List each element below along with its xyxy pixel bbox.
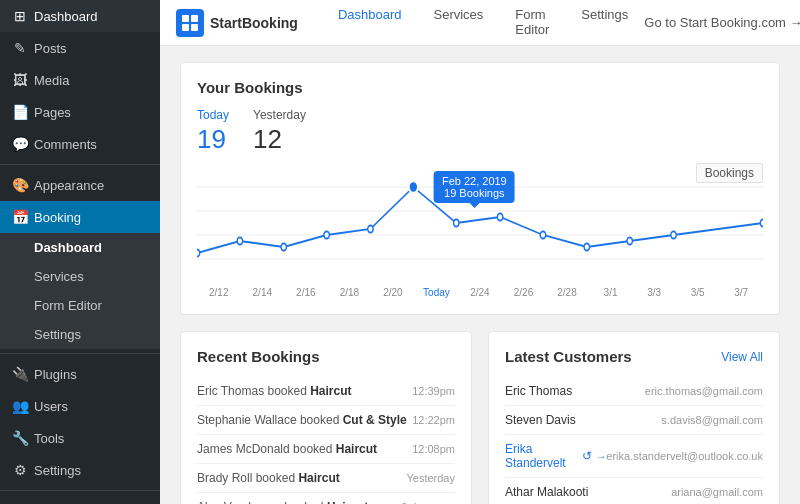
customer-item-3: Athar Malakooti ariana@gmail.com: [505, 478, 763, 504]
plugins-icon: 🔌: [12, 366, 28, 382]
sidebar-item-collapse[interactable]: ◀ Collapse menu: [0, 495, 160, 504]
svg-point-20: [760, 219, 763, 226]
svg-rect-0: [182, 15, 189, 22]
users-icon: 👥: [12, 398, 28, 414]
booking-time-2: 12:08pm: [412, 443, 455, 455]
x-label-9: 3/1: [589, 287, 633, 298]
today-stat: Today 19: [197, 108, 229, 155]
customer-name-0: Eric Thomas: [505, 384, 645, 398]
x-label-1: 2/14: [241, 287, 285, 298]
chart-svg: [197, 163, 763, 283]
booking-item-4: Alex Vanderzon booked Haircut 2 days ago: [197, 493, 455, 504]
svg-point-10: [281, 243, 286, 250]
x-label-3: 2/18: [328, 287, 372, 298]
booking-item-1: Stephanie Wallace booked Cut & Style 12:…: [197, 406, 455, 435]
customer-item-2[interactable]: Erika Standervelt ↺ → erika.standervelt@…: [505, 435, 763, 478]
sidebar-item-dashboard[interactable]: ⊞ Dashboard: [0, 0, 160, 32]
customer-name-2[interactable]: Erika Standervelt ↺ →: [505, 442, 606, 470]
logo-icon: [176, 9, 204, 37]
booking-text-3: Brady Roll booked: [197, 471, 295, 485]
logo: StartBooking: [176, 9, 298, 37]
customer-item-0: Eric Thomas eric.thomas@gmail.com: [505, 377, 763, 406]
bookings-stats: Today 19 Yesterday 12: [197, 108, 763, 155]
sidebar-item-comments[interactable]: 💬 Comments: [0, 128, 160, 160]
sidebar-item-label: Dashboard: [34, 9, 98, 24]
sidebar-item-settings[interactable]: ⚙ Settings: [0, 454, 160, 486]
x-label-6: 2/24: [458, 287, 502, 298]
booking-text-0: Eric Thomas booked: [197, 384, 307, 398]
sidebar-sub-dashboard[interactable]: Dashboard: [0, 233, 160, 262]
pages-icon: 📄: [12, 104, 28, 120]
svg-point-15: [497, 213, 502, 220]
sidebar-item-label: Tools: [34, 431, 64, 446]
sidebar-item-tools[interactable]: 🔧 Tools: [0, 422, 160, 454]
external-link[interactable]: Go to Start Booking.com →: [644, 15, 800, 30]
sidebar-item-appearance[interactable]: 🎨 Appearance: [0, 169, 160, 201]
bottom-row: Recent Bookings Eric Thomas booked Hairc…: [180, 331, 780, 504]
recent-bookings-header: Recent Bookings: [197, 348, 455, 365]
bookings-title: Your Bookings: [197, 79, 763, 96]
booking-service-4: Haircut: [327, 500, 368, 504]
sidebar-item-pages[interactable]: 📄 Pages: [0, 96, 160, 128]
svg-point-11: [324, 231, 329, 238]
today-value: 19: [197, 124, 229, 155]
sidebar-sub-settings[interactable]: Settings: [0, 320, 160, 349]
sidebar-item-media[interactable]: 🖼 Media: [0, 64, 160, 96]
customer-email-1: s.davis8@gmail.com: [661, 414, 763, 426]
x-label-8: 2/28: [545, 287, 589, 298]
booking-service-2: Haircut: [336, 442, 377, 456]
customer-email-0: eric.thomas@gmail.com: [645, 385, 763, 397]
booking-item-3: Brady Roll booked Haircut Yesterday: [197, 464, 455, 493]
chart-label: Bookings: [696, 163, 763, 183]
svg-point-17: [584, 243, 589, 250]
x-label-today: Today: [415, 287, 459, 298]
svg-point-13: [409, 181, 418, 193]
view-all-button[interactable]: View All: [721, 350, 763, 364]
bookings-chart: Bookings Feb 22, 2019 19 Bookings: [197, 163, 763, 283]
cursor-icon: ↺: [582, 449, 592, 463]
booking-time-1: 12:22pm: [412, 414, 455, 426]
sidebar-item-label: Settings: [34, 463, 81, 478]
booking-text-2: James McDonald booked: [197, 442, 332, 456]
sidebar-item-label: Posts: [34, 41, 67, 56]
main-content: StartBooking Dashboard Services Form Edi…: [160, 0, 800, 504]
svg-point-16: [540, 231, 545, 238]
customer-name-3: Athar Malakooti: [505, 485, 671, 499]
yesterday-value: 12: [253, 124, 306, 155]
sidebar-item-plugins[interactable]: 🔌 Plugins: [0, 358, 160, 390]
sidebar-separator-3: [0, 490, 160, 491]
sidebar-item-posts[interactable]: ✎ Posts: [0, 32, 160, 64]
latest-customers-title: Latest Customers: [505, 348, 632, 365]
customer-email-3: ariana@gmail.com: [671, 486, 763, 498]
svg-point-12: [368, 225, 373, 232]
x-label-11: 3/5: [676, 287, 720, 298]
booking-item-0: Eric Thomas booked Haircut 12:39pm: [197, 377, 455, 406]
customer-email-2: erika.standervelt@outlook.co.uk: [606, 450, 763, 462]
svg-point-19: [671, 231, 676, 238]
recent-bookings-title: Recent Bookings: [197, 348, 320, 365]
sidebar-sub-services[interactable]: Services: [0, 262, 160, 291]
sidebar-separator-2: [0, 353, 160, 354]
sidebar-item-label: Appearance: [34, 178, 104, 193]
sidebar-item-booking[interactable]: 📅 Booking: [0, 201, 160, 233]
svg-rect-3: [191, 24, 198, 31]
svg-rect-1: [191, 15, 198, 22]
sidebar-item-users[interactable]: 👥 Users: [0, 390, 160, 422]
chart-x-labels: 2/12 2/14 2/16 2/18 2/20 Today 2/24 2/26…: [197, 283, 763, 298]
sidebar-item-label: Pages: [34, 105, 71, 120]
booking-time-3: Yesterday: [406, 472, 455, 484]
sidebar-sub-form-editor[interactable]: Form Editor: [0, 291, 160, 320]
latest-customers-card: Latest Customers View All Eric Thomas er…: [488, 331, 780, 504]
booking-service-0: Haircut: [310, 384, 351, 398]
sidebar-item-label: Plugins: [34, 367, 77, 382]
svg-point-8: [197, 249, 200, 256]
page-content: Your Bookings Today 19 Yesterday 12 Book…: [160, 46, 800, 504]
svg-point-18: [627, 237, 632, 244]
svg-rect-2: [182, 24, 189, 31]
x-label-2: 2/16: [284, 287, 328, 298]
top-nav: StartBooking Dashboard Services Form Edi…: [160, 0, 800, 46]
settings-icon: ⚙: [12, 462, 28, 478]
customer-item-1: Steven Davis s.davis8@gmail.com: [505, 406, 763, 435]
x-label-12: 3/7: [719, 287, 763, 298]
booking-text-1: Stephanie Wallace booked: [197, 413, 339, 427]
